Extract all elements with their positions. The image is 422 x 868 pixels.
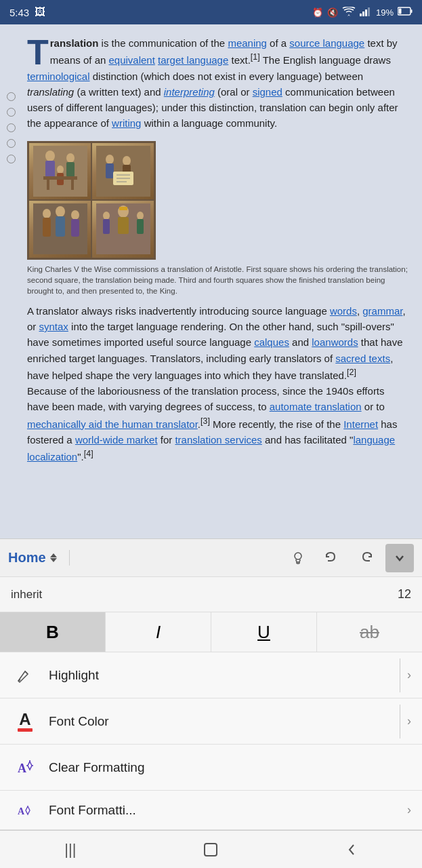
image-caption: King Charles V the Wise commissions a tr… bbox=[27, 264, 408, 296]
mute-icon: 🔇 bbox=[327, 7, 338, 18]
back-nav-button[interactable] bbox=[331, 835, 372, 865]
sidebar-dots bbox=[7, 92, 16, 163]
svg-line-45 bbox=[25, 671, 28, 674]
svg-rect-0 bbox=[360, 14, 362, 16]
toolbar-icons bbox=[78, 544, 414, 572]
svg-rect-36 bbox=[119, 207, 127, 210]
lightbulb-button[interactable] bbox=[284, 544, 312, 572]
document-image bbox=[27, 141, 156, 260]
menu-nav-button[interactable]: ||| bbox=[50, 835, 91, 865]
sidebar-dot-5 bbox=[7, 155, 16, 163]
undo-button[interactable] bbox=[318, 544, 346, 572]
svg-rect-16 bbox=[71, 180, 74, 190]
svg-text:A: A bbox=[18, 806, 25, 816]
highlight-right: › bbox=[400, 658, 411, 692]
svg-rect-14 bbox=[43, 176, 77, 180]
wifi-icon bbox=[342, 7, 356, 18]
alarm-icon: ⏰ bbox=[312, 7, 323, 18]
font-color-bar bbox=[18, 728, 33, 732]
font-formatting-label: Font Formatti... bbox=[49, 803, 407, 818]
highlight-divider bbox=[400, 658, 400, 692]
font-color-right: › bbox=[400, 705, 411, 738]
svg-rect-1 bbox=[362, 12, 364, 16]
dropdown-button[interactable] bbox=[385, 544, 414, 572]
svg-rect-11 bbox=[66, 162, 75, 177]
font-color-divider bbox=[400, 705, 400, 738]
image-icon: 🖼 bbox=[35, 6, 45, 18]
redo-button[interactable] bbox=[352, 544, 380, 572]
svg-point-10 bbox=[66, 153, 75, 163]
svg-point-18 bbox=[106, 155, 114, 164]
highlight-menu-item[interactable]: Highlight › bbox=[0, 652, 422, 698]
font-color-arrow-icon: › bbox=[407, 714, 411, 728]
svg-rect-30 bbox=[56, 216, 65, 237]
font-formatting-icon-container: A bbox=[11, 796, 39, 825]
sidebar-dot-1 bbox=[7, 92, 16, 101]
svg-rect-28 bbox=[43, 218, 51, 237]
drop-cap: T bbox=[27, 35, 49, 66]
font-name-display: inherit bbox=[11, 588, 398, 601]
svg-rect-35 bbox=[118, 217, 129, 234]
medieval-painting bbox=[27, 141, 156, 260]
svg-rect-15 bbox=[47, 180, 49, 190]
paragraph-1: Translation is the communication of the … bbox=[27, 35, 408, 132]
home-label: Home bbox=[8, 550, 46, 566]
home-nav-button[interactable] bbox=[190, 835, 231, 865]
format-row: B I U ab bbox=[0, 612, 422, 652]
time-display: 5:43 bbox=[9, 7, 29, 18]
strikethrough-button[interactable]: ab bbox=[317, 612, 422, 652]
status-bar: 5:43 🖼 ⏰ 🔇 19% bbox=[0, 0, 422, 24]
clear-formatting-menu-item[interactable]: A Clear Formatting bbox=[0, 745, 422, 791]
battery-display: 19% bbox=[376, 7, 394, 18]
svg-point-37 bbox=[103, 212, 110, 220]
nav-bar: ||| bbox=[0, 830, 422, 868]
font-size-display: 12 bbox=[398, 587, 411, 601]
sidebar-dot-2 bbox=[7, 108, 16, 117]
svg-rect-40 bbox=[137, 219, 144, 234]
svg-rect-2 bbox=[365, 9, 367, 16]
sidebar-dot-4 bbox=[7, 139, 16, 148]
font-a-letter: A bbox=[19, 711, 30, 728]
menu-nav-icon: ||| bbox=[64, 841, 76, 859]
underline-button[interactable]: U bbox=[211, 612, 317, 652]
svg-rect-6 bbox=[411, 9, 413, 13]
home-button[interactable]: Home bbox=[8, 550, 70, 566]
signal-icon bbox=[360, 7, 372, 18]
svg-rect-5 bbox=[399, 9, 402, 14]
svg-point-31 bbox=[71, 210, 79, 220]
battery-icon bbox=[398, 7, 413, 18]
svg-rect-19 bbox=[106, 163, 114, 178]
svg-point-29 bbox=[56, 206, 65, 217]
svg-text:A: A bbox=[18, 762, 26, 775]
svg-rect-38 bbox=[103, 219, 110, 234]
font-color-menu-item[interactable]: A Font Color › bbox=[0, 698, 422, 745]
font-formatting-menu-item-partial[interactable]: A Font Formatti... › bbox=[0, 791, 422, 830]
bold-button[interactable]: B bbox=[0, 612, 106, 652]
highlight-label: Highlight bbox=[49, 668, 400, 683]
font-color-label: Font Color bbox=[49, 714, 400, 729]
font-formatting-right: › bbox=[407, 803, 411, 817]
svg-rect-52 bbox=[205, 844, 217, 856]
svg-point-27 bbox=[43, 209, 51, 218]
font-color-icon-container: A bbox=[11, 707, 39, 736]
toolbar-section: Home bbox=[0, 538, 422, 830]
home-expand-icon bbox=[50, 553, 57, 562]
sidebar-dot-3 bbox=[7, 123, 16, 132]
document-content: Translation is the communication of the … bbox=[0, 24, 422, 538]
svg-point-41 bbox=[295, 553, 301, 559]
svg-point-39 bbox=[137, 212, 144, 220]
font-formatting-arrow-icon: › bbox=[407, 803, 411, 817]
paragraph-2: A translator always risks inadvertently … bbox=[27, 303, 408, 465]
svg-point-12 bbox=[57, 165, 64, 174]
highlight-arrow-icon: › bbox=[407, 668, 411, 682]
italic-button[interactable]: I bbox=[106, 612, 211, 652]
svg-point-8 bbox=[45, 151, 55, 161]
clear-formatting-icon-container: A bbox=[11, 753, 39, 782]
font-row: inherit 12 bbox=[0, 577, 422, 612]
svg-rect-9 bbox=[45, 161, 55, 178]
clear-formatting-label: Clear Formatting bbox=[49, 760, 411, 775]
toolbar-row: Home bbox=[0, 539, 422, 577]
svg-point-20 bbox=[123, 156, 131, 165]
svg-rect-32 bbox=[71, 219, 79, 237]
highlight-icon-container bbox=[11, 661, 39, 690]
